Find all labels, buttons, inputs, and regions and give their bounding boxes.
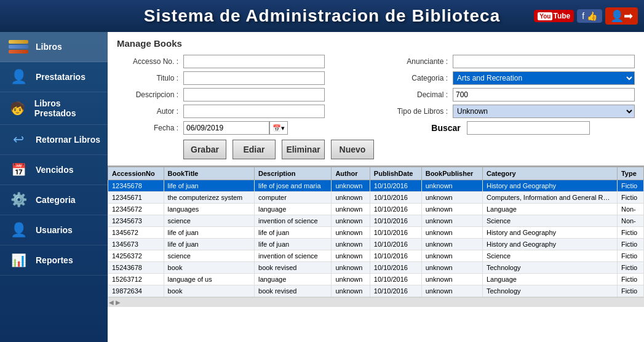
table-cell: unknown — [421, 274, 482, 285]
tipo-select[interactable]: Unknown Fiction Non-Fiction — [453, 105, 635, 118]
col-publisher: BookPublisher — [421, 167, 482, 180]
decimal-input[interactable] — [453, 88, 635, 101]
table-cell: book revised — [255, 285, 332, 297]
buscar-input[interactable] — [467, 121, 590, 135]
sidebar-item-libros[interactable]: Libros — [0, 32, 108, 62]
anunciante-label: Anunciante : — [386, 57, 448, 66]
col-description: Description — [255, 167, 332, 180]
table-cell: 19872634 — [108, 285, 164, 297]
user-login-icon[interactable]: 👤➡ — [605, 7, 638, 25]
scrollbar[interactable]: ◀ ▶ — [108, 297, 644, 307]
table-cell: 12345671 — [108, 192, 164, 204]
nuevo-button[interactable]: Nuevo — [331, 140, 374, 159]
calendar-button[interactable]: 📅▾ — [269, 121, 288, 135]
table-cell: Language — [482, 204, 617, 215]
table-row[interactable]: 15243678bookbook revisedunknown10/10/201… — [108, 262, 644, 274]
table-cell: 14256372 — [108, 250, 164, 262]
table-cell: life of juan — [164, 227, 254, 239]
eliminar-button[interactable]: Eliminar — [282, 140, 325, 159]
anunciante-input[interactable] — [453, 55, 635, 68]
form-right: Anunciante : Categoria : Arts and Recrea… — [386, 55, 635, 159]
table-cell: unknown — [332, 274, 370, 285]
table-cell: Fictio — [617, 274, 643, 285]
autor-label: Autor : — [117, 107, 178, 116]
table-cell: 15263712 — [108, 274, 164, 285]
table-row[interactable]: 12345671the computerizez systemcomputeru… — [108, 192, 644, 204]
decimal-row: Decimal : — [386, 88, 635, 101]
sidebar-item-categoria[interactable]: ⚙️ Categoria — [0, 185, 108, 215]
ediar-button[interactable]: Ediar — [233, 140, 276, 159]
descripcion-input[interactable] — [183, 88, 325, 101]
table-cell: History and Geography — [482, 227, 617, 239]
youtube-icon[interactable]: You Tube — [534, 10, 574, 22]
sidebar-item-prestatarios[interactable]: 👤 Prestatarios — [0, 62, 108, 92]
fecha-input[interactable] — [183, 121, 269, 135]
sidebar-label-retornar-libros: Retornar Libros — [36, 135, 100, 145]
sidebar-label-usuarios: Usuarios — [36, 225, 73, 235]
table-row[interactable]: 1345673life of juanlife of juanunknown10… — [108, 239, 644, 250]
categoria-select[interactable]: Arts and Recreation Science Technology L… — [453, 71, 635, 85]
table-row[interactable]: 1345672life of juanlife of juanunknown10… — [108, 227, 644, 239]
table-cell: life of juan — [255, 239, 332, 250]
table-cell: unknown — [332, 180, 370, 192]
categoria-row: Categoria : Arts and Recreation Science … — [386, 71, 635, 85]
col-category: Category — [482, 167, 617, 180]
form-left: Accesso No. : Titulo : Descripcion : Aut… — [117, 55, 374, 159]
anunciante-row: Anunciante : — [386, 55, 635, 68]
table-cell: computer — [255, 192, 332, 204]
table-cell: 10/10/2016 — [370, 204, 421, 215]
table-row[interactable]: 19872634bookbook revisedunknown10/10/201… — [108, 285, 644, 297]
col-title: BookTitle — [164, 167, 254, 180]
table-cell: 10/10/2016 — [370, 215, 421, 227]
facebook-icon[interactable]: f 👍 — [577, 9, 602, 23]
table-row[interactable]: 12345678life of juanlife of jose and mar… — [108, 180, 644, 192]
usuarios-icon: 👤 — [7, 221, 30, 239]
table-cell: life of jose and maria — [255, 180, 332, 192]
sidebar-item-retornar-libros[interactable]: ↩ Retornar Libros — [0, 125, 108, 155]
tipo-row: Tipo de Libros : Unknown Fiction Non-Fic… — [386, 105, 635, 118]
books-table: AccessionNo BookTitle Description Author… — [108, 167, 644, 297]
fecha-label: Fecha : — [117, 124, 178, 132]
table-cell: unknown — [421, 215, 482, 227]
table-cell: the computerizez system — [164, 192, 254, 204]
table-row[interactable]: 12345672languageslanguageunknown10/10/20… — [108, 204, 644, 215]
sidebar-item-libros-prestados[interactable]: 🧒 Libros Prestados — [0, 92, 108, 125]
col-accession: AccessionNo — [108, 167, 164, 180]
prestatarios-icon: 👤 — [7, 68, 30, 86]
sidebar-label-reportes: Reportes — [36, 255, 73, 265]
vencidos-icon: 📅 — [7, 161, 30, 178]
content-area: Manage Books Accesso No. : Titulo : Desc… — [108, 32, 644, 342]
table-cell: invention of science — [255, 215, 332, 227]
form-area: Accesso No. : Titulo : Descripcion : Aut… — [117, 55, 635, 159]
accession-input[interactable] — [183, 55, 325, 68]
table-row[interactable]: 14256372scienceinvention of scienceunkno… — [108, 250, 644, 262]
table-cell: Language — [482, 274, 617, 285]
col-author: Author — [332, 167, 370, 180]
table-cell: 10/10/2016 — [370, 227, 421, 239]
table-cell: unknown — [421, 204, 482, 215]
table-cell: 10/10/2016 — [370, 274, 421, 285]
table-body: 12345678life of juanlife of jose and mar… — [108, 180, 644, 297]
autor-input[interactable] — [183, 105, 325, 118]
sidebar-label-vencidos: Vencidos — [36, 165, 73, 175]
table-cell: Fictio — [617, 180, 643, 192]
table-cell: language of us — [164, 274, 254, 285]
table-cell: life of juan — [164, 180, 254, 192]
table-cell: Fictio — [617, 239, 643, 250]
decimal-label: Decimal : — [386, 90, 448, 99]
sidebar-item-usuarios[interactable]: 👤 Usuarios — [0, 215, 108, 245]
sidebar: Libros 👤 Prestatarios 🧒 Libros Prestados… — [0, 32, 108, 342]
titulo-label: Titulo : — [117, 74, 178, 82]
table-cell: languages — [164, 204, 254, 215]
sidebar-item-reportes[interactable]: 📊 Reportes — [0, 245, 108, 276]
table-row[interactable]: 15263712language of uslanguageunknown10/… — [108, 274, 644, 285]
table-cell: Science — [482, 215, 617, 227]
categoria-icon: ⚙️ — [7, 191, 30, 209]
table-cell: Fictio — [617, 250, 643, 262]
grabar-button[interactable]: Grabar — [183, 140, 226, 159]
titulo-input[interactable] — [183, 71, 325, 85]
sidebar-item-vencidos[interactable]: 📅 Vencidos — [0, 155, 108, 185]
table-row[interactable]: 12345673scienceinvention of scienceunkno… — [108, 215, 644, 227]
table-cell: science — [164, 250, 254, 262]
table-cell: language — [255, 204, 332, 215]
